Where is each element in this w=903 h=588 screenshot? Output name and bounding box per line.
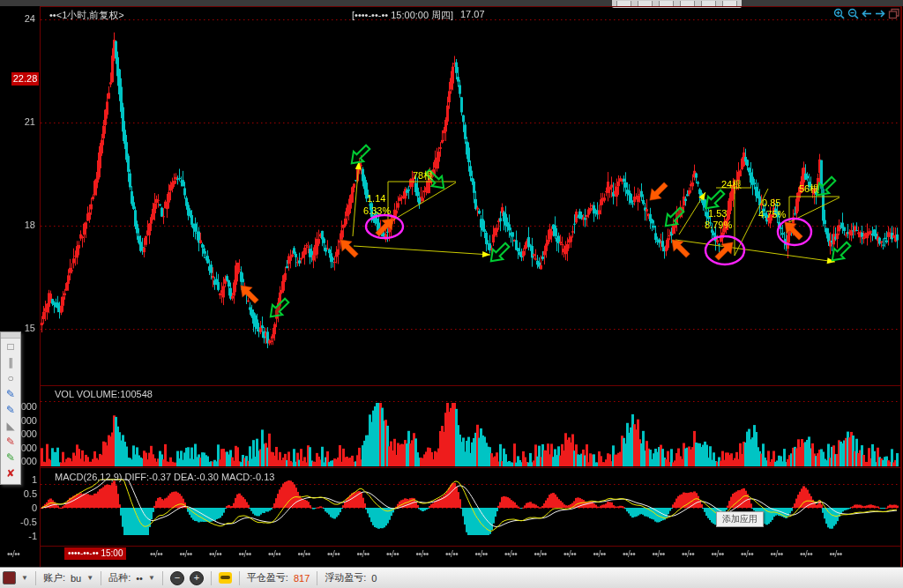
account-value[interactable]: bu (71, 573, 81, 584)
arrow-right-icon[interactable] (875, 8, 885, 19)
rectangle-tool-icon[interactable]: □ (1, 339, 20, 354)
time-tick-label: ••/•• (712, 549, 724, 559)
time-tick-label: ••/•• (268, 549, 280, 559)
price-marker-badge: 22.28 (11, 72, 39, 86)
trading-app-window: 78根1.146.33%24根1.538.79%0.854.75%56根 ••<… (0, 0, 903, 588)
floating-pnl-label: 浮动盈亏: (325, 571, 366, 584)
time-tick-label: ••/•• (623, 549, 635, 559)
symbol-value[interactable]: •• (136, 573, 143, 584)
symbol-dropdown-icon[interactable]: ▼ (148, 574, 155, 582)
pencil-sign-tool-icon[interactable]: ✎ (1, 402, 20, 418)
chart-canvas[interactable] (0, 0, 903, 588)
chart-datetime: [••••-••-•• 15:00:00 周四] (352, 9, 453, 22)
separator-volume (40, 385, 902, 386)
axis-label: -1 (4, 531, 37, 541)
time-tick-label: ••/•• (180, 549, 192, 559)
frame-top (40, 6, 902, 7)
axis-label: 21 (0, 116, 35, 127)
time-tick-label: ••/•• (239, 549, 251, 559)
time-tick-label: ••/•• (534, 549, 547, 559)
time-highlight-badge: ••••-••-•• 15:00 (64, 547, 126, 560)
ellipse-tool-icon[interactable]: ○ (1, 370, 20, 386)
arrow-left-icon[interactable] (862, 8, 872, 19)
time-tick-label: ••/•• (504, 549, 517, 559)
parallel-lines-tool-icon[interactable]: ∥ (1, 354, 20, 370)
axis-label: 18 (0, 220, 35, 230)
time-tick-label: ••/•• (771, 549, 783, 559)
time-tick-label: ••/•• (7, 549, 19, 559)
time-tick-label: ••/•• (357, 549, 369, 559)
time-tick-label: ••/•• (445, 549, 458, 559)
zoom-plus-button[interactable]: + (190, 571, 204, 585)
time-tick-label: ••/•• (150, 549, 162, 559)
chevron-down-icon[interactable]: ▼ (21, 574, 28, 582)
time-tick-label: ••/•• (593, 549, 606, 559)
macd-pane-header: MACD(26,12,9) DIFF:-0.37 DEA:-0.30 MACD:… (55, 472, 274, 482)
time-tick-label: ••/•• (653, 549, 665, 559)
volume-pane-header: VOL VOLUME:100548 (55, 389, 153, 399)
divider (35, 571, 36, 585)
divider (317, 571, 317, 585)
floating-pnl-value: 0 (371, 573, 377, 584)
time-tick-label: ••/•• (800, 549, 812, 559)
chart-last-price: 17.07 (460, 9, 485, 19)
palette-header[interactable] (1, 332, 20, 339)
time-tick-label: ••/•• (475, 549, 488, 559)
divider (101, 571, 101, 585)
frame-left (40, 6, 41, 567)
time-tick-label: ••/•• (830, 549, 842, 559)
account-label: 账户: (43, 571, 65, 584)
time-tick-label: ••/•• (298, 549, 310, 559)
window-restore-icon[interactable] (888, 8, 899, 19)
angle-tool-icon[interactable]: ◣ (1, 418, 20, 434)
divider (162, 571, 163, 585)
separator-timeaxis (40, 546, 902, 547)
frame-right (900, 6, 902, 567)
pencil-red-tool-icon[interactable]: ✎ (1, 434, 20, 450)
zoom-out-icon[interactable] (847, 8, 859, 19)
time-tick-label: ••/•• (327, 549, 340, 559)
time-tick-label: ••/•• (386, 549, 399, 559)
status-bar: ▼ 账户: bu ▼ 品种: •• ▼ − + 平仓盈亏: 817 浮动盈亏: … (0, 567, 903, 588)
closed-pnl-label: 平仓盈亏: (247, 571, 288, 584)
divider (211, 571, 212, 585)
chart-toolbar-icons (833, 8, 899, 19)
closed-pnl-value: 817 (294, 573, 310, 584)
app-icon[interactable] (3, 571, 16, 584)
time-tick-label: ••/•• (741, 549, 753, 559)
time-tick-label: ••/•• (209, 549, 221, 559)
delete-x-tool-icon[interactable]: ✘ (1, 465, 20, 481)
chart-title: ••<1小时,前复权> (49, 9, 124, 22)
divider (239, 571, 240, 585)
axis-label: 0 (4, 502, 37, 513)
axis-label: 24 (0, 13, 35, 24)
separator-macd (40, 467, 902, 468)
emoji-icon[interactable] (219, 572, 232, 584)
axis-label: 0.5 (4, 488, 37, 499)
time-tick-label: ••/•• (682, 549, 694, 559)
pencil-blue-tool-icon[interactable]: ✎ (1, 386, 20, 402)
add-app-button[interactable]: 添加应用 (716, 511, 764, 527)
time-tick-label: ••/•• (416, 549, 429, 559)
account-dropdown-icon[interactable]: ▼ (86, 574, 93, 582)
time-tick-label: ••/•• (563, 549, 576, 559)
axis-label: -0.5 (4, 517, 37, 527)
symbol-label: 品种: (108, 571, 131, 584)
zoom-minus-button[interactable]: − (170, 571, 184, 585)
drawing-tool-palette: □∥○✎✎◣✎✎✘ (0, 331, 21, 485)
pencil-green-tool-icon[interactable]: ✎ (1, 450, 20, 465)
zoom-in-icon[interactable] (833, 8, 845, 19)
